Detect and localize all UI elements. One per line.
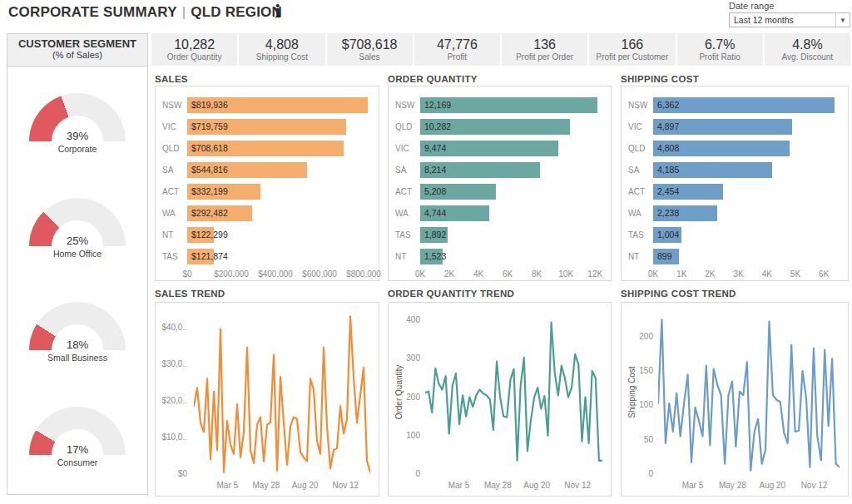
bar-chart-body: NSW6,362VIC4,897QLD4,808SA4,185ACT2,454W…: [622, 86, 848, 267]
x-tick-label: $400,000: [258, 269, 293, 279]
trend-line-plot[interactable]: [194, 313, 370, 474]
order-quantity-bar-chart: NSW12,169QLD10,282VIC9,474SA8,214ACT5,20…: [388, 86, 612, 281]
bar-category-label: QLD: [395, 122, 420, 131]
bar-track: 6,362: [653, 97, 840, 113]
kpi-profit-per-customer: 166 Profit per Customer: [589, 33, 675, 66]
bar-chart-body: NSW$819,936VIC$719,759QLD$708,618SA$544,…: [156, 86, 379, 267]
trend-line-plot[interactable]: [658, 313, 840, 474]
gauge-label: Corporate: [29, 144, 126, 154]
x-tick-label: Nov 12: [332, 481, 359, 490]
kpi-label: Order Quantity: [167, 52, 222, 62]
bar-category-label: NSW: [628, 101, 653, 110]
bar-value-label: 5,208: [424, 186, 446, 196]
x-tick-label: $800,000: [346, 269, 381, 279]
bar-row: VIC9,474: [395, 137, 602, 159]
bar-category-label: NT: [395, 252, 420, 261]
chevron-down-icon[interactable]: ▼: [835, 13, 850, 27]
bar-row: SA$544,816: [162, 159, 370, 180]
chart-title-shipping-cost-trend: SHIPPING COST TREND: [621, 289, 736, 299]
x-tick-label: 12K: [587, 269, 602, 279]
bar-category-label: NT: [162, 230, 187, 240]
bar-value-label: $292,482: [191, 208, 228, 218]
gauge-arc-wrap: 17%: [29, 407, 126, 455]
trend-line-plot[interactable]: [425, 313, 602, 474]
bar-value-label: $819,936: [191, 100, 228, 110]
bar-row: VIC4,897: [628, 116, 840, 137]
bar-value-label: 899: [657, 251, 672, 261]
kpi-profit: 47,776 Profit: [414, 33, 500, 66]
kpi-value: 166: [622, 37, 644, 52]
x-tick-label: Mar 5: [448, 481, 470, 490]
bar-value-label: 1,004: [657, 230, 679, 240]
trend-line[interactable]: [658, 319, 840, 471]
bar-track: 5,208: [420, 184, 602, 200]
bar-track: 2,454: [653, 184, 840, 200]
x-tick-label: May 28: [253, 481, 280, 490]
gauge-small-business[interactable]: 18% Small Business: [29, 302, 126, 363]
trend-line[interactable]: [425, 323, 602, 461]
bar-category-label: WA: [395, 209, 420, 218]
bar-row: NT899: [628, 245, 840, 267]
bar-track: $719,759: [187, 119, 370, 135]
bar-category-label: VIC: [395, 144, 420, 153]
bar-category-label: TAS: [395, 230, 420, 240]
y-tick-label: 300: [397, 353, 420, 363]
order-quantity-trend-chart: Order Quantity4003002001000Mar 5May 28Au…: [388, 302, 612, 497]
gauge-arc-wrap: 18%: [29, 302, 126, 350]
bar[interactable]: [653, 97, 835, 113]
bar-row: NT$122,299: [162, 224, 370, 245]
bar-value-label: 2,454: [657, 186, 679, 196]
x-tick-label: $600,000: [302, 269, 337, 279]
bar-row: WA2,238: [628, 202, 840, 224]
kpi-label: Profit Ratio: [699, 52, 740, 62]
sales-bar-chart: NSW$819,936VIC$719,759QLD$708,618SA$544,…: [155, 86, 379, 281]
bar-track: 899: [653, 249, 840, 264]
bar-row: WA4,744: [395, 202, 602, 224]
y-tick-label: 150: [630, 366, 653, 375]
bar-value-label: 6,362: [657, 100, 679, 110]
x-tick-label: 6K: [503, 269, 513, 279]
y-tick-label: 0: [397, 469, 420, 478]
chart-title-shipping-cost: SHIPPING COST: [621, 74, 699, 84]
page-title-left: CORPORATE SUMMARY: [8, 4, 177, 20]
date-range-select[interactable]: Last 12 months ▼: [729, 12, 850, 27]
x-tick-label: 5K: [790, 269, 800, 279]
kpi-avg-discount: 4.8% Avg. Discount: [765, 33, 850, 66]
bar-category-label: ACT: [162, 187, 187, 196]
bar-category-label: TAS: [628, 230, 653, 240]
bar-track: $292,482: [187, 205, 370, 221]
chart-title-order-quantity-trend: ORDER QUANTITY TREND: [388, 289, 514, 299]
bar-track: 1,892: [420, 227, 602, 243]
kpi-order-quantity: 10,282 Order Quantity: [151, 33, 237, 66]
dashboard: CORPORATE SUMMARY|QLD REGION i Date rang…: [0, 0, 852, 504]
gauge-home-office[interactable]: 25% Home Office: [29, 198, 126, 259]
gauge-corporate[interactable]: 39% Corporate: [29, 93, 126, 154]
y-tick-label: $40,0..: [159, 323, 187, 332]
gauge-consumer[interactable]: 17% Consumer: [29, 407, 126, 467]
x-tick-label: 4K: [473, 269, 483, 279]
bar-category-label: WA: [162, 209, 187, 218]
info-icon[interactable]: i: [275, 2, 281, 22]
y-tick-label: $10,0..: [159, 432, 187, 442]
date-range-control: Date range Last 12 months ▼: [729, 1, 850, 27]
x-tick-label: 6K: [819, 269, 829, 279]
bar-track: 4,744: [420, 205, 602, 221]
x-tick-label: 2K: [705, 269, 715, 279]
date-range-label: Date range: [729, 1, 850, 11]
bar-value-label: $544,816: [191, 165, 228, 175]
x-tick-label: 10K: [558, 269, 573, 279]
x-tick-label: Nov 12: [801, 481, 828, 490]
bar-row: QLD10,282: [395, 116, 602, 137]
shipping-cost-trend-chart: Shipping Cost200150100500Mar 5May 28Aug …: [621, 302, 849, 497]
bar-row: VIC$719,759: [162, 116, 370, 137]
x-tick-label: 0K: [415, 269, 425, 279]
x-tick-label: Mar 5: [682, 481, 704, 490]
bar-track: $121,874: [187, 249, 370, 264]
kpi-sales: $708,618 Sales: [327, 33, 413, 66]
kpi-label: Profit per Customer: [597, 52, 669, 62]
trend-line[interactable]: [194, 316, 370, 472]
bar-track: 4,185: [653, 162, 840, 178]
x-tick-label: Mar 5: [216, 481, 238, 490]
bar-row: TAS1,004: [628, 224, 840, 245]
bar-category-label: ACT: [395, 187, 420, 196]
